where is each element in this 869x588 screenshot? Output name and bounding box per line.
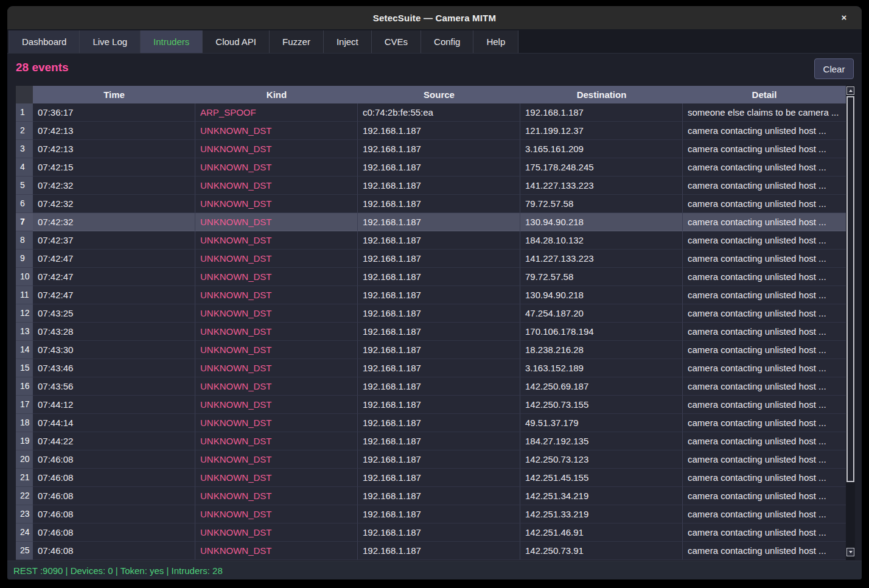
cell-source[interactable]: 192.168.1.187 bbox=[358, 195, 520, 213]
table-row[interactable]: 807:42:37UNKNOWN_DST192.168.1.187184.28.… bbox=[16, 231, 846, 250]
cell-kind[interactable]: UNKNOWN_DST bbox=[195, 542, 358, 560]
row-number[interactable]: 3 bbox=[16, 140, 33, 158]
row-number[interactable]: 4 bbox=[16, 158, 33, 177]
table-row[interactable]: 1607:43:56UNKNOWN_DST192.168.1.187142.25… bbox=[16, 377, 846, 396]
row-number[interactable]: 17 bbox=[16, 396, 33, 414]
cell-destination[interactable]: 142.250.73.123 bbox=[520, 450, 683, 469]
table-row[interactable]: 607:42:32UNKNOWN_DST192.168.1.18779.72.5… bbox=[16, 195, 846, 213]
table-row[interactable]: 107:36:17ARP_SPOOFc0:74:2b:fe:55:ea192.1… bbox=[16, 103, 846, 122]
cell-destination[interactable]: 184.28.10.132 bbox=[520, 231, 683, 250]
cell-detail[interactable]: camera contacting unlisted host ... bbox=[683, 213, 846, 231]
table-row[interactable]: 1707:44:12UNKNOWN_DST192.168.1.187142.25… bbox=[16, 396, 846, 414]
table-row[interactable]: 2007:46:08UNKNOWN_DST192.168.1.187142.25… bbox=[16, 450, 846, 469]
cell-detail[interactable]: camera contacting unlisted host ... bbox=[683, 377, 846, 396]
cell-destination[interactable]: 79.72.57.58 bbox=[520, 195, 683, 213]
cell-kind[interactable]: UNKNOWN_DST bbox=[195, 359, 358, 377]
cell-destination[interactable]: 192.168.1.187 bbox=[520, 103, 683, 122]
cell-kind[interactable]: ARP_SPOOF bbox=[195, 103, 358, 122]
row-number[interactable]: 23 bbox=[16, 505, 33, 523]
tab-fuzzer[interactable]: Fuzzer bbox=[270, 30, 324, 53]
cell-kind[interactable]: UNKNOWN_DST bbox=[195, 140, 358, 158]
cell-kind[interactable]: UNKNOWN_DST bbox=[195, 213, 358, 231]
column-header-detail[interactable]: Detail bbox=[683, 86, 846, 103]
cell-time[interactable]: 07:36:17 bbox=[33, 103, 195, 122]
scroll-down-icon[interactable] bbox=[846, 548, 854, 556]
cell-kind[interactable]: UNKNOWN_DST bbox=[195, 323, 358, 341]
tab-dashboard[interactable]: Dashboard bbox=[9, 30, 80, 53]
table-row[interactable]: 1307:43:28UNKNOWN_DST192.168.1.187170.10… bbox=[16, 323, 846, 341]
table-row[interactable]: 2507:46:08UNKNOWN_DST192.168.1.187142.25… bbox=[16, 542, 846, 560]
cell-time[interactable]: 07:46:08 bbox=[33, 469, 195, 487]
table-row[interactable]: 1407:43:30UNKNOWN_DST192.168.1.18718.238… bbox=[16, 341, 846, 359]
cell-time[interactable]: 07:46:08 bbox=[33, 523, 195, 542]
cell-detail[interactable]: camera contacting unlisted host ... bbox=[683, 414, 846, 432]
cell-detail[interactable]: camera contacting unlisted host ... bbox=[683, 250, 846, 268]
cell-source[interactable]: 192.168.1.187 bbox=[358, 487, 520, 505]
cell-detail[interactable]: camera contacting unlisted host ... bbox=[683, 158, 846, 177]
cell-kind[interactable]: UNKNOWN_DST bbox=[195, 341, 358, 359]
cell-time[interactable]: 07:43:56 bbox=[33, 377, 195, 396]
cell-source[interactable]: 192.168.1.187 bbox=[358, 231, 520, 250]
cell-time[interactable]: 07:42:47 bbox=[33, 286, 195, 304]
row-number[interactable]: 15 bbox=[16, 359, 33, 377]
cell-source[interactable]: 192.168.1.187 bbox=[358, 414, 520, 432]
cell-destination[interactable]: 184.27.192.135 bbox=[520, 432, 683, 450]
cell-time[interactable]: 07:44:14 bbox=[33, 414, 195, 432]
cell-kind[interactable]: UNKNOWN_DST bbox=[195, 487, 358, 505]
table-row[interactable]: 2307:46:08UNKNOWN_DST192.168.1.187142.25… bbox=[16, 505, 846, 523]
row-number[interactable]: 20 bbox=[16, 450, 33, 469]
column-header-destination[interactable]: Destination bbox=[520, 86, 683, 103]
cell-destination[interactable]: 170.106.178.194 bbox=[520, 323, 683, 341]
cell-time[interactable]: 07:43:28 bbox=[33, 323, 195, 341]
row-number[interactable]: 25 bbox=[16, 542, 33, 560]
row-number[interactable]: 10 bbox=[16, 268, 33, 286]
table-row[interactable]: 2407:46:08UNKNOWN_DST192.168.1.187142.25… bbox=[16, 523, 846, 542]
cell-time[interactable]: 07:42:32 bbox=[33, 213, 195, 231]
cell-kind[interactable]: UNKNOWN_DST bbox=[195, 177, 358, 195]
row-number[interactable]: 11 bbox=[16, 286, 33, 304]
cell-detail[interactable]: camera contacting unlisted host ... bbox=[683, 195, 846, 213]
cell-destination[interactable]: 142.251.34.219 bbox=[520, 487, 683, 505]
cell-destination[interactable]: 142.250.69.187 bbox=[520, 377, 683, 396]
table-row[interactable]: 2207:46:08UNKNOWN_DST192.168.1.187142.25… bbox=[16, 487, 846, 505]
cell-kind[interactable]: UNKNOWN_DST bbox=[195, 231, 358, 250]
table-row[interactable]: 907:42:47UNKNOWN_DST192.168.1.187141.227… bbox=[16, 250, 846, 268]
table-row[interactable]: 1907:44:22UNKNOWN_DST192.168.1.187184.27… bbox=[16, 432, 846, 450]
table-row[interactable]: 407:42:15UNKNOWN_DST192.168.1.187175.178… bbox=[16, 158, 846, 177]
cell-time[interactable]: 07:46:08 bbox=[33, 505, 195, 523]
cell-destination[interactable]: 142.251.33.219 bbox=[520, 505, 683, 523]
cell-detail[interactable]: camera contacting unlisted host ... bbox=[683, 231, 846, 250]
cell-destination[interactable]: 79.72.57.58 bbox=[520, 268, 683, 286]
cell-kind[interactable]: UNKNOWN_DST bbox=[195, 523, 358, 542]
row-number[interactable]: 18 bbox=[16, 414, 33, 432]
cell-kind[interactable]: UNKNOWN_DST bbox=[195, 432, 358, 450]
cell-source[interactable]: 192.168.1.187 bbox=[358, 177, 520, 195]
tab-cves[interactable]: CVEs bbox=[372, 30, 421, 53]
cell-kind[interactable]: UNKNOWN_DST bbox=[195, 268, 358, 286]
cell-source[interactable]: 192.168.1.187 bbox=[358, 286, 520, 304]
row-number[interactable]: 9 bbox=[16, 250, 33, 268]
cell-destination[interactable]: 175.178.248.245 bbox=[520, 158, 683, 177]
table-row[interactable]: 707:42:32UNKNOWN_DST192.168.1.187130.94.… bbox=[16, 213, 846, 231]
row-number[interactable]: 12 bbox=[16, 304, 33, 323]
cell-source[interactable]: 192.168.1.187 bbox=[358, 396, 520, 414]
row-number[interactable]: 22 bbox=[16, 487, 33, 505]
cell-kind[interactable]: UNKNOWN_DST bbox=[195, 304, 358, 323]
cell-detail[interactable]: camera contacting unlisted host ... bbox=[683, 323, 846, 341]
cell-kind[interactable]: UNKNOWN_DST bbox=[195, 450, 358, 469]
cell-source[interactable]: c0:74:2b:fe:55:ea bbox=[358, 103, 520, 122]
cell-time[interactable]: 07:42:13 bbox=[33, 122, 195, 140]
cell-detail[interactable]: camera contacting unlisted host ... bbox=[683, 122, 846, 140]
column-header-source[interactable]: Source bbox=[358, 86, 520, 103]
cell-source[interactable]: 192.168.1.187 bbox=[358, 213, 520, 231]
cell-source[interactable]: 192.168.1.187 bbox=[358, 304, 520, 323]
cell-source[interactable]: 192.168.1.187 bbox=[358, 341, 520, 359]
table-row[interactable]: 1107:42:47UNKNOWN_DST192.168.1.187130.94… bbox=[16, 286, 846, 304]
row-number[interactable]: 2 bbox=[16, 122, 33, 140]
cell-destination[interactable]: 141.227.133.223 bbox=[520, 177, 683, 195]
cell-destination[interactable]: 130.94.90.218 bbox=[520, 286, 683, 304]
cell-detail[interactable]: camera contacting unlisted host ... bbox=[683, 286, 846, 304]
cell-source[interactable]: 192.168.1.187 bbox=[358, 359, 520, 377]
cell-time[interactable]: 07:44:12 bbox=[33, 396, 195, 414]
cell-time[interactable]: 07:43:25 bbox=[33, 304, 195, 323]
